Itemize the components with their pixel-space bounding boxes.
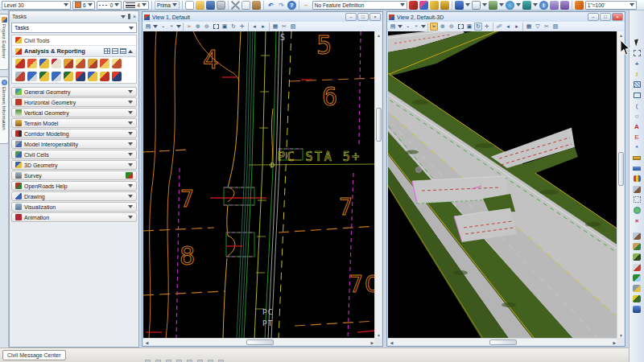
zoom-out-icon[interactable]: ⊖ <box>203 23 211 31</box>
drawing-tools-icon[interactable] <box>632 283 642 293</box>
undo-icon[interactable]: ↶ <box>266 1 275 10</box>
fit-view-icon[interactable]: ▣ <box>465 23 473 31</box>
sidebar-item-drawing[interactable]: Drawing <box>11 191 137 201</box>
layout-rows-icon[interactable] <box>120 48 126 54</box>
view-tools-more-icon[interactable]: ▧ <box>551 23 559 31</box>
terrain-tools-icon[interactable] <box>632 252 642 261</box>
view-settings-icon[interactable]: * <box>167 23 175 31</box>
save-icon[interactable] <box>206 1 215 10</box>
tool-icon[interactable] <box>27 59 37 68</box>
primary-tools-button[interactable]: Prima <box>155 1 180 10</box>
tasks-panel-header[interactable]: Tasks × <box>10 11 138 22</box>
element-info-icon[interactable]: i <box>539 1 548 10</box>
visualization-tools-icon[interactable] <box>632 294 642 303</box>
annotation-scale-icon[interactable] <box>575 1 584 10</box>
zoom-in-icon[interactable]: ⊕ <box>439 23 447 31</box>
zoom-in-icon[interactable]: ⊕ <box>194 23 202 31</box>
cut-icon[interactable] <box>231 1 240 10</box>
cell-tools-icon[interactable] <box>632 273 642 282</box>
paste-icon[interactable] <box>252 1 261 10</box>
pan-view-icon[interactable]: ✛ <box>238 23 246 31</box>
models-icon[interactable] <box>472 1 481 10</box>
tool-icon[interactable] <box>100 72 109 81</box>
tool-icon[interactable] <box>39 72 49 81</box>
tasks-dropdown[interactable]: Tasks <box>11 23 137 33</box>
close-button[interactable]: × <box>369 13 381 21</box>
element-selection-icon[interactable]: ➢ <box>430 23 438 31</box>
print-icon[interactable] <box>217 1 225 10</box>
geometry-tools-icon[interactable] <box>632 241 642 251</box>
crosshair-icon[interactable]: + <box>632 59 642 68</box>
active-level-dropdown[interactable]: Level 30 <box>2 1 71 10</box>
view-display-mode-icon[interactable]: ▤ <box>144 23 152 31</box>
feature-definition-dropdown[interactable]: No Feature Definition <box>312 1 407 10</box>
find-icon[interactable] <box>550 1 559 10</box>
civil-message-center-tab[interactable]: Civil Message Center <box>2 350 66 360</box>
fence-icon[interactable] <box>632 48 642 58</box>
window-area-icon[interactable] <box>456 23 464 31</box>
view2-vertical-scrollbar[interactable]: ▲ ▼ <box>617 31 624 339</box>
dimension-icon[interactable] <box>632 153 642 162</box>
change-attributes-icon[interactable] <box>632 174 642 183</box>
pencil-icon[interactable] <box>430 1 439 10</box>
tool-icon[interactable] <box>52 59 61 68</box>
rotate-view-icon[interactable]: ↻ <box>474 23 482 31</box>
window-area-icon[interactable] <box>212 23 220 31</box>
tool-icon[interactable] <box>15 59 25 68</box>
view-settings-icon[interactable]: * <box>412 23 420 31</box>
view-next-icon[interactable]: ▸ <box>259 23 267 31</box>
sidebar-item-openroads-help[interactable]: OpenRoads Help <box>11 181 137 191</box>
tool-icon[interactable] <box>112 59 122 68</box>
sidebar-item-3d-geometry[interactable]: 3D Geometry <box>11 160 137 170</box>
tool-icon[interactable] <box>64 72 73 81</box>
zoom-out-icon[interactable]: ⊖ <box>448 23 456 31</box>
circle-icon[interactable]: ○ <box>632 111 642 121</box>
scrollbar-thumb[interactable] <box>376 108 382 142</box>
sidebar-item-model-interoperability[interactable]: Model Interoperability <box>11 139 137 149</box>
tool-icon[interactable] <box>39 59 49 68</box>
corridor-tools-icon[interactable] <box>632 262 642 272</box>
layout-grid-icon[interactable] <box>104 48 110 54</box>
sidebar-item-civil-cells[interactable]: Civil Cells <box>11 150 137 159</box>
collapse-icon[interactable] <box>128 50 133 53</box>
level-manager-icon[interactable] <box>522 1 531 10</box>
copy-view-icon[interactable]: ▦ <box>525 23 533 31</box>
wand-icon[interactable]: / <box>632 69 642 79</box>
layout-list-icon[interactable] <box>112 48 118 54</box>
view1-vertical-scrollbar[interactable]: ▲ ▼ <box>374 31 382 339</box>
clip-volume-icon[interactable]: ▽ <box>534 23 542 31</box>
sidebar-item-general-geometry[interactable]: General Geometry <box>11 87 137 97</box>
redo-icon[interactable]: ↷ <box>277 1 286 10</box>
element-selection-icon[interactable] <box>632 38 642 47</box>
attach-icon[interactable] <box>632 184 642 194</box>
tab-project-explorer[interactable]: Project Explorer <box>0 14 9 70</box>
annotation-scale-dropdown[interactable]: 1"=100' <box>585 1 637 10</box>
view2-canvas[interactable] <box>388 31 618 339</box>
adjust-view-icon[interactable]: ◔ <box>159 23 167 31</box>
clip-mask-icon[interactable]: ✂ <box>543 23 551 31</box>
tool-icon[interactable] <box>27 72 37 81</box>
delete-icon[interactable]: × <box>632 216 642 225</box>
cells-icon[interactable] <box>560 1 569 10</box>
panel-menu-icon[interactable] <box>121 15 126 19</box>
sidebar-item-survey[interactable]: Survey <box>11 171 137 180</box>
restore-button[interactable]: □ <box>357 13 369 21</box>
accudraw-icon[interactable] <box>455 1 464 10</box>
civil-tools-item[interactable]: Civil Tools <box>12 35 136 46</box>
tool-icon[interactable] <box>100 59 109 68</box>
minimize-button[interactable]: − <box>588 13 599 21</box>
tool-icon[interactable] <box>76 59 85 68</box>
tool-icon[interactable] <box>64 59 73 68</box>
sidebar-item-horizontal-geometry[interactable]: Horizontal Geometry <box>11 97 137 107</box>
sidebar-item-vertical-geometry[interactable]: Vertical Geometry <box>11 108 137 117</box>
text-icon[interactable]: A <box>632 121 642 131</box>
view-previous-icon[interactable]: ◂ <box>504 23 512 31</box>
tool-icon[interactable] <box>52 72 61 81</box>
lock-icon[interactable] <box>440 1 449 10</box>
clip-volume-icon[interactable]: ✂ <box>280 23 288 31</box>
measure-icon[interactable] <box>632 163 642 173</box>
pan-view-icon[interactable]: ✛ <box>483 23 491 31</box>
sidebar-item-visualization[interactable]: Visualization <box>11 202 137 212</box>
tool-icon[interactable] <box>76 72 85 81</box>
note-icon[interactable]: Ε <box>632 132 642 142</box>
